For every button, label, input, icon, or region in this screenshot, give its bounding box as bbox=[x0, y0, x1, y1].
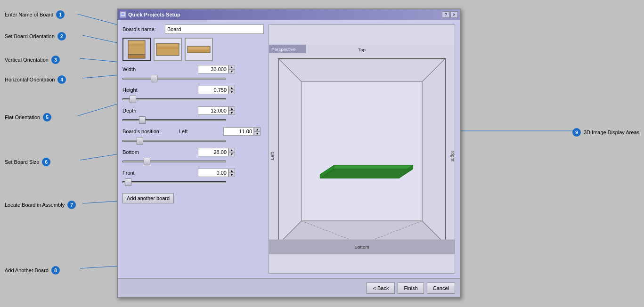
annotation-badge-9: 9 bbox=[572, 128, 581, 137]
dialog-content: Board's name: bbox=[118, 20, 460, 278]
svg-rect-20 bbox=[188, 50, 209, 52]
height-slider-wrap[interactable] bbox=[122, 95, 226, 104]
help-button[interactable]: ? bbox=[442, 11, 449, 18]
close-button[interactable]: × bbox=[450, 11, 458, 18]
annotation-label-4: Horizontal Orientation bbox=[5, 77, 55, 82]
height-spin: ▲ ▼ bbox=[228, 86, 235, 94]
bottom-label: Bottom bbox=[122, 149, 165, 155]
svg-text:Top: Top bbox=[358, 47, 366, 52]
left-input-wrap: ▲ ▼ bbox=[223, 127, 261, 136]
front-input[interactable] bbox=[198, 169, 228, 177]
left-spin: ▲ ▼ bbox=[254, 127, 261, 136]
finish-button[interactable]: Finish bbox=[398, 283, 424, 294]
board-name-row: Board's name: bbox=[122, 24, 264, 34]
bottom-slider-handle[interactable] bbox=[144, 158, 150, 165]
svg-rect-12 bbox=[129, 41, 144, 43]
left-panel: Board's name: bbox=[122, 24, 264, 274]
left-slider-handle[interactable] bbox=[137, 137, 143, 145]
annotation-badge-1: 1 bbox=[56, 10, 65, 19]
3d-viewport: Perspective Top Left Ri bbox=[269, 24, 455, 274]
svg-rect-19 bbox=[188, 47, 209, 49]
board-name-input[interactable] bbox=[165, 24, 264, 34]
svg-rect-16 bbox=[157, 44, 178, 46]
dialog-window: Quick Projects Setup ? × Board's name: bbox=[117, 8, 461, 298]
dialog-icon bbox=[120, 11, 126, 18]
depth-input[interactable] bbox=[198, 106, 228, 115]
width-slider-wrap[interactable] bbox=[122, 74, 226, 83]
front-down-btn[interactable]: ▼ bbox=[228, 173, 235, 177]
height-header: Height ▲ ▼ bbox=[122, 86, 264, 94]
front-slider-bg bbox=[122, 181, 226, 183]
left-slider-wrap[interactable] bbox=[122, 137, 226, 145]
svg-rect-17 bbox=[157, 47, 178, 49]
depth-slider-bg bbox=[122, 119, 226, 121]
annotation-label-8: Add Another Board bbox=[5, 267, 49, 273]
annotation-9: 9 3D Image Display Areas bbox=[572, 128, 639, 137]
width-up-btn[interactable]: ▲ bbox=[228, 65, 235, 69]
height-input-wrap: ▲ ▼ bbox=[198, 86, 235, 94]
left-pos-header: Board's position: Left ▲ ▼ bbox=[122, 127, 264, 136]
board-name-label: Board's name: bbox=[122, 26, 165, 32]
depth-group: Depth ▲ ▼ bbox=[122, 106, 264, 124]
depth-label: Depth bbox=[122, 108, 165, 113]
width-down-btn[interactable]: ▼ bbox=[228, 69, 235, 73]
annotation-badge-6: 6 bbox=[42, 158, 50, 166]
svg-marker-27 bbox=[302, 82, 422, 221]
bottom-input[interactable] bbox=[198, 148, 228, 156]
svg-marker-26 bbox=[422, 58, 445, 244]
3d-scene-svg: Perspective Top Left Ri bbox=[269, 25, 455, 273]
bottom-pos-header: Bottom ▲ ▼ bbox=[122, 148, 264, 156]
height-slider-handle[interactable] bbox=[130, 96, 136, 103]
bottom-slider-wrap[interactable] bbox=[122, 157, 226, 166]
left-input[interactable] bbox=[223, 127, 254, 136]
front-slider-handle[interactable] bbox=[125, 178, 131, 186]
flat-orientation-btn[interactable] bbox=[185, 38, 213, 61]
depth-input-wrap: ▲ ▼ bbox=[198, 106, 235, 115]
annotation-5: Flat Orientation 5 bbox=[5, 113, 51, 121]
front-slider-wrap[interactable] bbox=[122, 178, 226, 186]
height-label: Height bbox=[122, 87, 165, 93]
height-input[interactable] bbox=[198, 86, 228, 94]
annotation-label-2: Set Board Orientation bbox=[5, 33, 55, 39]
width-input[interactable] bbox=[198, 65, 228, 73]
left-down-btn[interactable]: ▼ bbox=[254, 131, 261, 136]
dialog-title: Quick Projects Setup bbox=[128, 12, 180, 17]
height-down-btn[interactable]: ▼ bbox=[228, 90, 235, 94]
height-up-btn[interactable]: ▲ bbox=[228, 86, 235, 90]
add-board-button[interactable]: Add another board bbox=[122, 193, 174, 203]
annotation-1: Enter Name of Board 1 bbox=[5, 10, 65, 19]
left-up-btn[interactable]: ▲ bbox=[254, 127, 261, 131]
bottom-up-btn[interactable]: ▲ bbox=[228, 148, 235, 152]
annotation-2: Set Board Orientation 2 bbox=[5, 32, 66, 40]
depth-down-btn[interactable]: ▼ bbox=[228, 111, 235, 115]
svg-rect-14 bbox=[128, 55, 145, 58]
dialog-titlebar: Quick Projects Setup ? × bbox=[118, 9, 460, 20]
bottom-down-btn[interactable]: ▼ bbox=[228, 152, 235, 156]
annotation-6: Set Board Size 6 bbox=[5, 158, 50, 166]
depth-up-btn[interactable]: ▲ bbox=[228, 106, 235, 111]
annotation-label-5: Flat Orientation bbox=[5, 114, 40, 120]
front-up-btn[interactable]: ▲ bbox=[228, 169, 235, 173]
annotation-label-3: Vertical Orientation bbox=[5, 57, 49, 63]
svg-text:Bottom: Bottom bbox=[354, 244, 369, 250]
depth-slider-handle[interactable] bbox=[139, 116, 146, 124]
depth-slider-wrap[interactable] bbox=[122, 116, 226, 124]
annotation-label-9: 3D Image Display Areas bbox=[584, 129, 639, 135]
cancel-button[interactable]: Cancel bbox=[427, 283, 455, 294]
annotation-badge-2: 2 bbox=[57, 32, 66, 40]
vertical-orientation-btn[interactable] bbox=[122, 38, 151, 61]
bottom-pos-group: Bottom ▲ ▼ bbox=[122, 148, 264, 166]
svg-rect-13 bbox=[129, 44, 144, 46]
front-pos-header: Front ▲ ▼ bbox=[122, 169, 264, 177]
annotation-4: Horizontal Orientation 4 bbox=[5, 75, 66, 84]
front-input-wrap: ▲ ▼ bbox=[198, 169, 235, 177]
dialog-footer: < Back Finish Cancel bbox=[118, 278, 460, 297]
width-slider-handle[interactable] bbox=[151, 75, 157, 82]
back-button[interactable]: < Back bbox=[367, 283, 395, 294]
depth-header: Depth ▲ ▼ bbox=[122, 106, 264, 115]
annotation-badge-5: 5 bbox=[43, 113, 51, 121]
svg-text:Right: Right bbox=[450, 151, 455, 162]
svg-marker-25 bbox=[278, 58, 302, 244]
horizontal-orientation-btn[interactable] bbox=[154, 38, 182, 61]
front-label: Front bbox=[122, 170, 165, 176]
